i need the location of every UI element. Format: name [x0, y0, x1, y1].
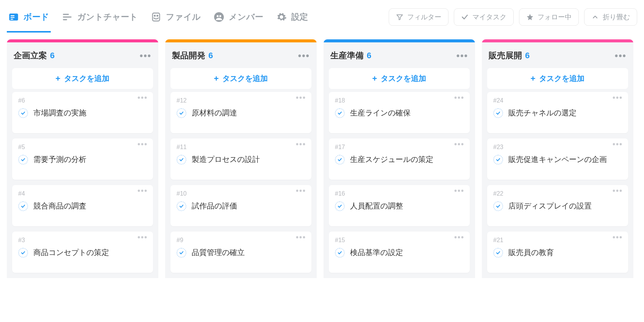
column-header: 企画立案6•••	[7, 42, 158, 65]
card-title: 商品コンセプトの策定	[33, 247, 109, 258]
svg-point-11	[217, 15, 219, 17]
card-id: #12	[177, 97, 305, 104]
card-menu-icon[interactable]: •••	[296, 189, 306, 193]
column-stripe	[7, 39, 158, 42]
card-menu-icon[interactable]: •••	[296, 235, 306, 239]
card-menu-icon[interactable]: •••	[296, 96, 306, 100]
task-card[interactable]: #17•••生産スケジュールの策定	[329, 138, 470, 180]
task-card[interactable]: #21•••販売員の教育	[487, 232, 628, 273]
column-menu-icon[interactable]: •••	[456, 53, 468, 58]
complete-toggle[interactable]	[335, 155, 345, 165]
add-task-label: タスクを追加	[222, 73, 268, 84]
card-menu-icon[interactable]: •••	[138, 235, 148, 239]
complete-toggle[interactable]	[18, 201, 28, 211]
complete-toggle[interactable]	[18, 108, 28, 118]
action-btn-1[interactable]: マイタスク	[454, 8, 514, 26]
complete-toggle[interactable]	[177, 108, 186, 118]
action-btn-label: フィルター	[407, 12, 441, 22]
complete-toggle[interactable]	[18, 248, 28, 258]
card-id: #10	[177, 190, 305, 197]
task-card[interactable]: #12•••原材料の調達	[170, 92, 311, 133]
members-icon	[214, 12, 224, 22]
task-card[interactable]: #5•••需要予測の分析	[12, 138, 153, 180]
card-id: #5	[18, 144, 147, 151]
column-0: 企画立案6•••+タスクを追加#6•••市場調査の実施#5•••需要予測の分析#…	[7, 39, 158, 278]
column-menu-icon[interactable]: •••	[298, 53, 310, 58]
svg-rect-1	[11, 15, 15, 16]
nav-tab-3[interactable]: メンバー	[212, 8, 265, 33]
card-title: 品質管理の確立	[192, 247, 245, 258]
card-title: 市場調査の実施	[33, 108, 86, 118]
nav-tab-label: ボード	[23, 11, 49, 23]
card-body: 販売チャネルの選定	[493, 108, 622, 118]
card-menu-icon[interactable]: •••	[138, 142, 148, 146]
nav-tab-2[interactable]: ファイル	[149, 8, 202, 33]
column-stripe	[165, 39, 317, 42]
complete-toggle[interactable]	[335, 248, 345, 258]
cards-list: #12•••原材料の調達#11•••製造プロセスの設計#10•••試作品の評価#…	[165, 92, 317, 278]
card-menu-icon[interactable]: •••	[613, 235, 623, 239]
task-card[interactable]: #24•••販売チャネルの選定	[487, 92, 628, 133]
card-id: #22	[493, 190, 622, 197]
column-title: 企画立案	[14, 50, 47, 61]
task-card[interactable]: #22•••店頭ディスプレイの設置	[487, 185, 628, 226]
card-menu-icon[interactable]: •••	[454, 96, 464, 100]
card-menu-icon[interactable]: •••	[138, 96, 148, 100]
task-card[interactable]: #18•••生産ラインの確保	[329, 92, 470, 133]
complete-toggle[interactable]	[177, 155, 186, 165]
complete-toggle[interactable]	[493, 248, 503, 258]
column-menu-icon[interactable]: •••	[140, 53, 152, 58]
settings-icon	[276, 12, 287, 22]
card-title: 人員配置の調整	[350, 201, 403, 211]
nav-tab-1[interactable]: ガントチャート	[61, 8, 139, 33]
complete-toggle[interactable]	[335, 201, 345, 211]
card-menu-icon[interactable]: •••	[613, 142, 623, 146]
card-menu-icon[interactable]: •••	[454, 235, 464, 239]
add-task-button[interactable]: +タスクを追加	[12, 68, 153, 89]
column-title: 生産準備	[330, 50, 364, 61]
column-menu-icon[interactable]: •••	[615, 53, 627, 58]
card-id: #6	[18, 97, 147, 104]
task-card[interactable]: #9•••品質管理の確立	[170, 232, 311, 273]
task-card[interactable]: #4•••競合商品の調査	[12, 185, 153, 226]
column-count: 6	[50, 51, 55, 61]
task-card[interactable]: #16•••人員配置の調整	[329, 185, 470, 226]
card-menu-icon[interactable]: •••	[613, 96, 623, 100]
complete-toggle[interactable]	[335, 108, 345, 118]
complete-toggle[interactable]	[18, 155, 28, 165]
complete-toggle[interactable]	[493, 108, 503, 118]
card-title: 試作品の評価	[192, 201, 237, 211]
nav-tab-4[interactable]: 設定	[275, 8, 309, 33]
plus-icon: +	[56, 74, 61, 84]
task-card[interactable]: #11•••製造プロセスの設計	[170, 138, 311, 180]
card-title: 販売チャネルの選定	[508, 108, 577, 118]
card-menu-icon[interactable]: •••	[138, 189, 148, 193]
task-card[interactable]: #3•••商品コンセプトの策定	[12, 232, 153, 273]
add-task-button[interactable]: +タスクを追加	[329, 68, 470, 89]
card-title: 店頭ディスプレイの設置	[508, 201, 592, 211]
cards-list: #18•••生産ラインの確保#17•••生産スケジュールの策定#16•••人員配…	[324, 92, 475, 278]
action-btn-0[interactable]: フィルター	[389, 8, 449, 26]
action-btn-label: フォロー中	[538, 12, 572, 22]
task-card[interactable]: #23•••販売促進キャンペーンの企画	[487, 138, 628, 180]
complete-toggle[interactable]	[493, 155, 503, 165]
action-btn-3[interactable]: 折り畳む	[584, 8, 637, 26]
nav-tab-0[interactable]: ボード	[7, 8, 51, 33]
card-menu-icon[interactable]: •••	[296, 142, 306, 146]
card-menu-icon[interactable]: •••	[454, 142, 464, 146]
nav-tab-label: ファイル	[166, 11, 201, 23]
task-card[interactable]: #10•••試作品の評価	[170, 185, 311, 226]
action-btn-2[interactable]: フォロー中	[519, 8, 579, 26]
task-card[interactable]: #6•••市場調査の実施	[12, 92, 153, 133]
nav-actions: フィルターマイタスクフォロー中折り畳む	[389, 8, 637, 32]
card-title: 検品基準の設定	[350, 247, 403, 258]
plus-icon: +	[214, 74, 219, 84]
card-menu-icon[interactable]: •••	[613, 189, 623, 193]
task-card[interactable]: #15•••検品基準の設定	[329, 232, 470, 273]
add-task-button[interactable]: +タスクを追加	[170, 68, 311, 89]
card-menu-icon[interactable]: •••	[454, 189, 464, 193]
complete-toggle[interactable]	[177, 248, 186, 258]
complete-toggle[interactable]	[177, 201, 186, 211]
add-task-button[interactable]: +タスクを追加	[487, 68, 628, 89]
complete-toggle[interactable]	[493, 201, 503, 211]
